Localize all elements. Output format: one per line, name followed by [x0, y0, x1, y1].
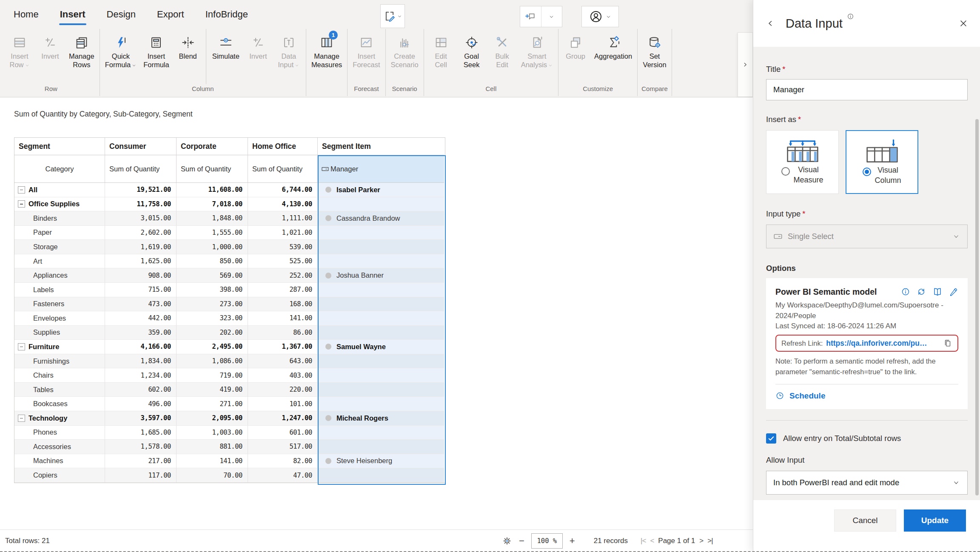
manager-input-cell[interactable]: Steve Heisenberg	[318, 454, 444, 469]
value-cell[interactable]: 1,848.00	[177, 211, 248, 226]
value-cell[interactable]: 1,086.00	[177, 354, 248, 369]
value-cell[interactable]: 271.00	[177, 397, 248, 411]
value-cell[interactable]: 1,625.00	[105, 254, 177, 269]
tab-design[interactable]: Design	[106, 7, 137, 22]
value-cell[interactable]: 1,555.00	[177, 226, 248, 240]
ribbon-button-insert-row[interactable]: InsertRow	[4, 32, 35, 70]
value-cell[interactable]: 7,018.00	[177, 197, 248, 212]
row-header-cell[interactable]: Technology	[14, 411, 105, 426]
value-cell[interactable]: 86.00	[248, 326, 318, 340]
value-cell[interactable]: 287.00	[248, 283, 318, 297]
close-icon[interactable]	[958, 18, 969, 28]
collapse-icon[interactable]	[18, 415, 25, 422]
value-cell[interactable]: 442.00	[105, 311, 177, 326]
ribbon-button-goal-seek[interactable]: GoalSeek	[456, 32, 487, 70]
row-header-cell[interactable]: Supplies	[14, 326, 105, 340]
zoom-out-button[interactable]: −	[519, 536, 524, 546]
subheader-cell[interactable]: Sum of Quantity	[105, 155, 177, 183]
value-cell[interactable]: 1,247.00	[248, 411, 318, 426]
value-cell[interactable]: 70.00	[177, 468, 248, 483]
value-cell[interactable]: 1,619.00	[105, 240, 177, 254]
row-header-cell[interactable]: Bookcases	[14, 397, 105, 411]
ribbon-button-insert-forecast[interactable]: InsertForecast	[349, 32, 383, 70]
value-cell[interactable]: 2,095.00	[177, 411, 248, 426]
value-cell[interactable]: 419.00	[177, 383, 248, 397]
radio-selected-icon[interactable]	[863, 168, 871, 176]
value-cell[interactable]: 1,111.00	[248, 211, 318, 226]
value-cell[interactable]: 850.00	[177, 254, 248, 269]
title-field-input[interactable]: Manager	[766, 79, 968, 100]
pencil-icon[interactable]	[949, 287, 958, 296]
column-header[interactable]: Segment Item	[318, 138, 444, 155]
value-cell[interactable]: 1,685.00	[105, 426, 177, 440]
checkbox-checked-icon[interactable]	[766, 433, 776, 444]
row-header-cell[interactable]: Chairs	[14, 368, 105, 383]
input-type-select[interactable]: Single Select	[766, 225, 968, 248]
value-cell[interactable]: 141.00	[248, 311, 318, 326]
value-cell[interactable]: 47.00	[248, 468, 318, 483]
back-icon[interactable]	[765, 18, 775, 28]
value-cell[interactable]: 141.00	[177, 454, 248, 469]
row-header-cell[interactable]: Machines	[14, 454, 105, 469]
ribbon-button-manage-measures[interactable]: 1ManageMeasures	[308, 32, 345, 70]
value-cell[interactable]: 517.00	[248, 440, 318, 454]
allow-input-select[interactable]: In both PowerBI read and edit mode	[766, 471, 968, 495]
value-cell[interactable]: 403.00	[248, 368, 318, 383]
manager-input-cell[interactable]	[318, 226, 444, 240]
manager-input-cell[interactable]	[318, 426, 444, 440]
ribbon-button-bulk-edit[interactable]: BulkEdit	[487, 32, 518, 70]
manager-input-cell[interactable]: Cassandra Brandow	[318, 211, 444, 226]
value-cell[interactable]: 602.00	[105, 383, 177, 397]
row-header-cell[interactable]: Envelopes	[14, 311, 105, 326]
book-icon[interactable]	[932, 287, 943, 297]
manager-input-cell[interactable]	[318, 354, 444, 369]
zoom-level-input[interactable]: 100 %	[531, 533, 563, 549]
manager-input-cell[interactable]	[318, 240, 444, 254]
ribbon-button-group[interactable]: Group	[560, 32, 591, 61]
value-cell[interactable]: 252.00	[248, 268, 318, 283]
refresh-link[interactable]: https://qa.inforiver.com/pu…	[826, 339, 927, 348]
value-cell[interactable]: 323.00	[177, 311, 248, 326]
row-header-cell[interactable]: Phones	[14, 426, 105, 440]
ribbon-button-insert-formula[interactable]: InsertFormula	[140, 32, 173, 70]
value-cell[interactable]: 202.00	[177, 326, 248, 340]
value-cell[interactable]: 101.00	[248, 397, 318, 411]
ribbon-button-create-scenario[interactable]: CreateScenario	[387, 32, 422, 70]
value-cell[interactable]: 496.00	[105, 397, 177, 411]
manager-input-cell[interactable]: Isabel Parker	[318, 183, 444, 197]
column-header[interactable]: Segment	[14, 138, 105, 155]
value-cell[interactable]: 273.00	[177, 297, 248, 312]
allow-entry-checkbox-row[interactable]: Allow entry on Total/Subtotal rows	[766, 433, 968, 444]
row-header-cell[interactable]: Tables	[14, 383, 105, 397]
value-cell[interactable]: 220.00	[248, 383, 318, 397]
ribbon-button-data-input[interactable]: DataInput	[273, 32, 304, 70]
info-icon[interactable]	[847, 13, 854, 20]
manager-input-cell[interactable]	[318, 283, 444, 297]
row-header-cell[interactable]: Storage	[14, 240, 105, 254]
tab-insert[interactable]: Insert	[59, 7, 86, 22]
insert-as-card-visual-measure[interactable]: VisualMeasure	[766, 130, 839, 194]
account-button[interactable]	[581, 6, 619, 27]
row-header-cell[interactable]: Accessories	[14, 440, 105, 454]
page-first-icon[interactable]: |<	[641, 537, 646, 545]
row-header-cell[interactable]: Fasteners	[14, 297, 105, 312]
manager-input-cell[interactable]	[318, 383, 444, 397]
ribbon-button-quick-formula[interactable]: QuickFormula	[102, 32, 140, 70]
row-header-cell[interactable]: All	[14, 183, 105, 197]
row-header-cell[interactable]: Furnishings	[14, 354, 105, 369]
value-cell[interactable]: 539.00	[248, 240, 318, 254]
value-cell[interactable]: 398.00	[177, 283, 248, 297]
zoom-in-button[interactable]: +	[570, 536, 575, 546]
add-comment-dropdown[interactable]	[541, 6, 562, 27]
row-header-cell[interactable]: Art	[14, 254, 105, 269]
value-cell[interactable]: 1,000.00	[177, 240, 248, 254]
column-header[interactable]: Home Office	[248, 138, 318, 155]
sync-icon[interactable]	[917, 287, 926, 296]
value-cell[interactable]: 1,578.00	[105, 440, 177, 454]
value-cell[interactable]: 473.00	[105, 297, 177, 312]
ribbon-button-set-version[interactable]: SetVersion	[639, 32, 670, 70]
manager-input-cell[interactable]: Samuel Wayne	[318, 340, 444, 354]
value-cell[interactable]: 82.00	[248, 454, 318, 469]
edit-mode-button[interactable]	[380, 4, 405, 28]
tab-infobridge[interactable]: InfoBridge	[205, 7, 249, 22]
